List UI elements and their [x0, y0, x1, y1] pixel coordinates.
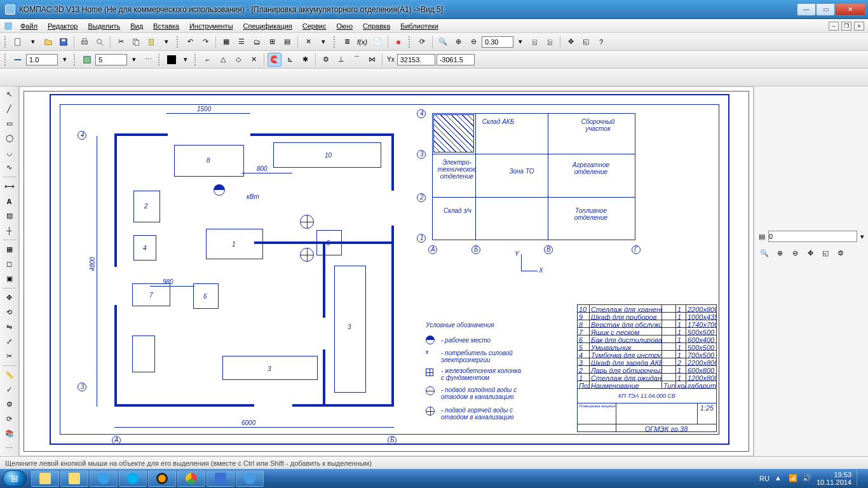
- tool-scale[interactable]: ⤢: [2, 335, 17, 348]
- task-save[interactable]: [207, 470, 234, 487]
- line-style-icon[interactable]: [11, 53, 25, 67]
- task-explorer[interactable]: [31, 470, 59, 487]
- save-button[interactable]: [57, 35, 71, 49]
- color-dropdown[interactable]: ▾: [180, 54, 191, 65]
- snap-intersection-button[interactable]: ✕: [247, 53, 261, 67]
- tb-layers-button[interactable]: ▦: [219, 35, 233, 49]
- tool-move[interactable]: ✥: [2, 291, 17, 304]
- menu-view[interactable]: Вид: [125, 21, 148, 31]
- mdi-close[interactable]: ×: [854, 22, 864, 30]
- tb-refresh-button[interactable]: ⟳: [415, 35, 429, 49]
- mdi-minimize[interactable]: –: [829, 22, 839, 30]
- minimize-button[interactable]: —: [797, 3, 816, 16]
- menu-window[interactable]: Окно: [331, 21, 358, 31]
- tb-fx-button[interactable]: f(x): [355, 35, 369, 49]
- tool-fit-r[interactable]: ◱: [819, 247, 832, 259]
- task-avast[interactable]: [148, 470, 176, 487]
- menu-insert[interactable]: Вставка: [148, 21, 184, 31]
- cut-button[interactable]: ✂: [114, 35, 128, 49]
- tool-library[interactable]: 📚: [2, 427, 17, 440]
- tb-grid1-button[interactable]: ⊞: [265, 35, 279, 49]
- tb-zoom-dropdown[interactable]: ▾: [515, 36, 526, 48]
- style-manage-button[interactable]: ⋯: [141, 53, 155, 67]
- tb-delete-button[interactable]: ✕: [301, 35, 315, 49]
- tool-refresh[interactable]: ⟳: [2, 412, 17, 426]
- menu-service[interactable]: Сервис: [297, 21, 332, 31]
- snap-perp-button[interactable]: ⊥: [334, 53, 348, 67]
- tb-zoom-next-button[interactable]: ⍄: [543, 35, 557, 49]
- paste-button[interactable]: [144, 35, 158, 49]
- tool-mirror[interactable]: ⇋: [2, 320, 17, 334]
- tb-spec-button[interactable]: 📄: [370, 35, 384, 49]
- tool-label[interactable]: ◻: [2, 257, 17, 271]
- paste-dropdown[interactable]: ▾: [159, 35, 173, 49]
- show-desktop-button[interactable]: [857, 470, 862, 487]
- tool-rect[interactable]: ▭: [2, 117, 17, 130]
- snap-endpoint-button[interactable]: ⌐: [201, 53, 215, 67]
- tool-block[interactable]: ▣: [2, 272, 17, 285]
- tb-vars-button[interactable]: ≣: [340, 35, 354, 49]
- line-width-dropdown[interactable]: ▾: [59, 54, 71, 65]
- tray-network-icon[interactable]: 📶: [789, 474, 797, 483]
- line-width-input[interactable]: [26, 54, 58, 65]
- undo-button[interactable]: ↶: [183, 35, 197, 49]
- start-button[interactable]: [3, 470, 27, 487]
- tb-tree-button[interactable]: 🗂: [250, 35, 264, 49]
- tool-zoom-2[interactable]: ⊕: [773, 247, 786, 259]
- coord-x-input[interactable]: [397, 54, 435, 65]
- tb-stop-button[interactable]: ■: [391, 35, 405, 49]
- layer-dropdown[interactable]: ▾: [860, 230, 865, 243]
- menu-libs[interactable]: Библиотеки: [395, 21, 444, 31]
- task-kompas[interactable]: [236, 470, 264, 487]
- snap-ortho-button[interactable]: ⊾: [283, 53, 297, 67]
- drawing-canvas[interactable]: 1500 800 980 6000 4800 8 10 2 4 1 5 7 6 …: [19, 86, 754, 456]
- coord-y-input[interactable]: [437, 54, 475, 65]
- tool-dim[interactable]: ⟷: [2, 180, 17, 193]
- open-button[interactable]: [41, 35, 55, 49]
- zoom-input[interactable]: [482, 36, 513, 48]
- menu-select[interactable]: Выделить: [83, 21, 125, 31]
- redo-button[interactable]: ↷: [198, 35, 212, 49]
- tool-zoom-1[interactable]: 🔍: [758, 247, 771, 259]
- close-button[interactable]: ✕: [835, 3, 865, 16]
- menu-file[interactable]: Файл: [15, 21, 43, 31]
- snap-node-button[interactable]: ◇: [231, 53, 245, 67]
- tb-grid2-button[interactable]: ▤: [280, 35, 294, 49]
- tb-zoom-out-button[interactable]: ⊖: [466, 35, 480, 49]
- tool-zoom-3[interactable]: ⊖: [789, 247, 801, 259]
- tool-pointer[interactable]: ↖: [2, 88, 17, 101]
- tool-text[interactable]: A: [2, 194, 17, 208]
- tool-spline[interactable]: ∿: [2, 161, 17, 174]
- tool-measure[interactable]: 📏: [2, 369, 17, 382]
- menu-tools[interactable]: Инструменты: [184, 21, 238, 31]
- snap-mid-button[interactable]: △: [216, 53, 230, 67]
- mdi-restore[interactable]: ❐: [841, 22, 851, 30]
- tool-rotate[interactable]: ⟲: [2, 306, 17, 319]
- tray-lang[interactable]: RU: [759, 475, 770, 482]
- tool-trim[interactable]: ✂: [2, 349, 17, 363]
- tool-settings-r[interactable]: ⚙: [834, 247, 847, 259]
- tool-circle[interactable]: ◯: [2, 132, 17, 145]
- tool-pan-r[interactable]: ✥: [804, 247, 817, 259]
- tb-zoom-prev-button[interactable]: ⍃: [527, 35, 541, 49]
- tb-zoom-window-button[interactable]: 🔍: [436, 35, 450, 49]
- print-preview-button[interactable]: [93, 35, 107, 49]
- task-skype[interactable]: [119, 470, 147, 487]
- snap-near-button[interactable]: ⋈: [365, 53, 379, 67]
- tool-more[interactable]: ⋯: [2, 442, 17, 455]
- task-ie[interactable]: [90, 470, 118, 487]
- copy-button[interactable]: [129, 35, 143, 49]
- new-dropdown[interactable]: ▾: [26, 35, 40, 49]
- style-index-input[interactable]: [95, 54, 127, 65]
- menu-edit[interactable]: Редактор: [43, 21, 83, 31]
- color-swatch-button[interactable]: [165, 53, 179, 67]
- tool-hatch[interactable]: ▨: [2, 209, 17, 222]
- tool-line[interactable]: ╱: [2, 102, 17, 116]
- style-index-dropdown[interactable]: ▾: [128, 54, 140, 65]
- tb-help-button[interactable]: ?: [594, 35, 608, 49]
- tool-check[interactable]: ✓: [2, 383, 17, 396]
- snap-settings-button[interactable]: ⚙: [319, 53, 333, 67]
- tool-settings[interactable]: ⚙: [2, 398, 17, 411]
- task-chrome[interactable]: [177, 470, 205, 487]
- tray-clock[interactable]: 19:53 10.11.2014: [817, 471, 851, 486]
